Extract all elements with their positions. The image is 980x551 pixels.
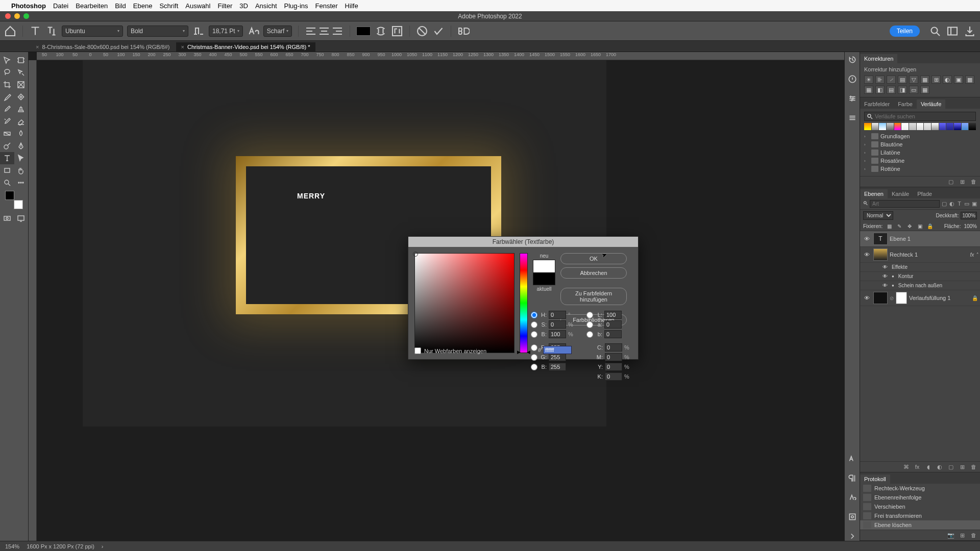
pen-tool[interactable] xyxy=(14,140,29,152)
warp-text-button[interactable] xyxy=(375,25,387,37)
character-panel-icon[interactable] xyxy=(848,454,857,463)
text-color-swatch[interactable] xyxy=(356,27,371,36)
new-layer-icon[interactable]: ⊞ xyxy=(959,463,966,470)
lb-input[interactable] xyxy=(604,330,622,338)
exposure-adjustment-icon[interactable]: ▤ xyxy=(898,76,907,84)
h-input[interactable] xyxy=(549,311,566,319)
l-radio[interactable] xyxy=(586,312,593,318)
zoom-level[interactable]: 154% xyxy=(5,543,19,549)
colorbalance-adjustment-icon[interactable]: ⊞ xyxy=(932,76,941,84)
quickmask-toggle[interactable] xyxy=(3,212,11,224)
m-input[interactable] xyxy=(605,353,622,361)
b-radio[interactable] xyxy=(531,331,537,338)
lock-nesting-icon[interactable]: ▣ xyxy=(916,222,923,230)
menu-edit[interactable]: Bearbeiten xyxy=(76,2,108,10)
visibility-toggle-icon[interactable]: 👁 xyxy=(880,273,890,279)
gradient-tool[interactable] xyxy=(0,128,14,140)
k-input[interactable] xyxy=(605,372,622,381)
new-snapshot-icon[interactable]: ⊞ xyxy=(959,532,966,539)
adjustment-layer-icon[interactable]: ◐ xyxy=(936,463,943,470)
history-tab[interactable]: Protokoll xyxy=(860,474,890,484)
web-colors-only-checkbox[interactable]: Nur Webfarben anzeigen xyxy=(414,347,486,354)
gradient-swatch[interactable] xyxy=(917,123,924,130)
visibility-toggle-icon[interactable]: 👁 xyxy=(862,252,871,258)
gradient-swatch[interactable] xyxy=(894,123,901,130)
h-radio[interactable] xyxy=(531,312,537,318)
layer-mask-icon[interactable]: ◖ xyxy=(925,463,932,470)
layers-tab[interactable]: Ebenen xyxy=(860,189,888,198)
horizontal-ruler[interactable]: 5010050050100150200250300350400450500550… xyxy=(37,52,844,60)
home-button[interactable] xyxy=(4,25,16,37)
filter-image-icon[interactable]: ▢ xyxy=(942,200,947,207)
a-radio[interactable] xyxy=(586,321,593,328)
hue-slider[interactable]: ▶◀ xyxy=(520,253,528,353)
path-select-tool[interactable] xyxy=(14,152,29,164)
s-input[interactable] xyxy=(549,320,566,329)
cancel-edit-button[interactable] xyxy=(416,25,428,37)
quick-select-tool[interactable] xyxy=(14,66,29,79)
dodge-tool[interactable] xyxy=(0,140,14,152)
gradient-swatch[interactable] xyxy=(939,123,946,130)
font-size-input[interactable]: 18,71 Pt▾ xyxy=(209,26,243,37)
gradient-swatch[interactable] xyxy=(962,123,969,130)
add-to-swatches-button[interactable]: Zu Farbfeldern hinzufügen xyxy=(560,288,627,305)
document-tab[interactable]: ×Christmas-Banner-Video.psd bei 154% (RG… xyxy=(176,42,315,52)
zoom-tool[interactable] xyxy=(0,177,14,189)
workspace-switcher[interactable] xyxy=(946,25,959,37)
layer-row[interactable]: 👁 Rechteck 1 fx ˄ xyxy=(860,247,980,263)
visibility-toggle-icon[interactable]: 👁 xyxy=(880,283,890,288)
s-radio[interactable] xyxy=(531,321,537,328)
brightness-adjustment-icon[interactable]: ☀ xyxy=(864,76,873,84)
properties-panel-icon[interactable] xyxy=(848,74,857,84)
bl-input[interactable] xyxy=(549,363,566,371)
cancel-button[interactable]: Abbrechen xyxy=(560,267,627,279)
artboard-tool[interactable] xyxy=(14,54,29,66)
hue-adjustment-icon[interactable]: ▦ xyxy=(920,76,929,84)
frame-tool[interactable] xyxy=(14,79,29,91)
background-color[interactable] xyxy=(14,200,23,209)
commit-edit-button[interactable] xyxy=(432,25,445,37)
adjustments-panel-icon[interactable] xyxy=(848,94,857,103)
paths-tab[interactable]: Pfade xyxy=(913,189,936,198)
swatches-tab[interactable]: Farbfelder xyxy=(860,99,894,109)
hand-tool[interactable] xyxy=(14,164,29,177)
layer-name[interactable]: Ebene 1 xyxy=(890,236,911,242)
close-tab-icon[interactable]: × xyxy=(36,44,39,50)
menu-3d[interactable]: 3D xyxy=(239,2,248,10)
lock-all-icon[interactable]: 🔒 xyxy=(926,222,934,230)
gradient-folder[interactable]: ›Rosatöne xyxy=(864,157,976,165)
libraries-panel-icon[interactable] xyxy=(848,113,857,122)
filter-smart-icon[interactable]: ▣ xyxy=(971,200,977,207)
blur-tool[interactable] xyxy=(14,128,29,140)
lb-radio[interactable] xyxy=(586,331,593,338)
styles-panel-icon[interactable] xyxy=(848,512,857,521)
eraser-tool[interactable] xyxy=(14,115,29,128)
color-swatches[interactable] xyxy=(2,191,26,209)
layer-effects-group[interactable]: 👁 Effekte xyxy=(860,263,980,272)
menu-filter[interactable]: Filter xyxy=(217,2,232,10)
delete-state-icon[interactable]: 🗑 xyxy=(970,532,977,539)
photofilter-adjustment-icon[interactable]: ▣ xyxy=(954,76,963,84)
hex-input[interactable] xyxy=(543,346,572,354)
type-tool[interactable] xyxy=(0,152,14,164)
lock-icon[interactable]: 🔒 xyxy=(972,295,978,301)
text-layer-content[interactable]: MERRY xyxy=(297,192,325,200)
gradient-folder[interactable]: ›Rottöne xyxy=(864,165,976,173)
gradient-swatch[interactable] xyxy=(879,123,886,130)
3d-button[interactable] xyxy=(457,25,470,37)
layer-thumbnail[interactable] xyxy=(873,248,888,261)
gradient-swatch[interactable] xyxy=(872,123,879,130)
selective-adjustment-icon[interactable]: ▦ xyxy=(920,86,929,94)
history-state[interactable]: Verschieben xyxy=(860,502,980,511)
crop-tool[interactable] xyxy=(0,79,14,91)
gradient-folder[interactable]: ›Grundlagen xyxy=(864,132,976,140)
layer-row[interactable]: 👁 ⊘ Verlaufsfüllung 1 🔒 xyxy=(860,290,980,306)
gradient-swatch[interactable] xyxy=(864,123,871,130)
y-input[interactable] xyxy=(605,363,622,371)
channelmixer-adjustment-icon[interactable]: ▩ xyxy=(965,76,974,84)
c-input[interactable] xyxy=(605,343,622,352)
vibrance-adjustment-icon[interactable]: ▽ xyxy=(909,76,918,84)
menu-plugins[interactable]: Plug-ins xyxy=(284,2,308,10)
layer-thumbnail[interactable] xyxy=(873,292,888,304)
lock-position-icon[interactable]: ✥ xyxy=(906,222,913,230)
